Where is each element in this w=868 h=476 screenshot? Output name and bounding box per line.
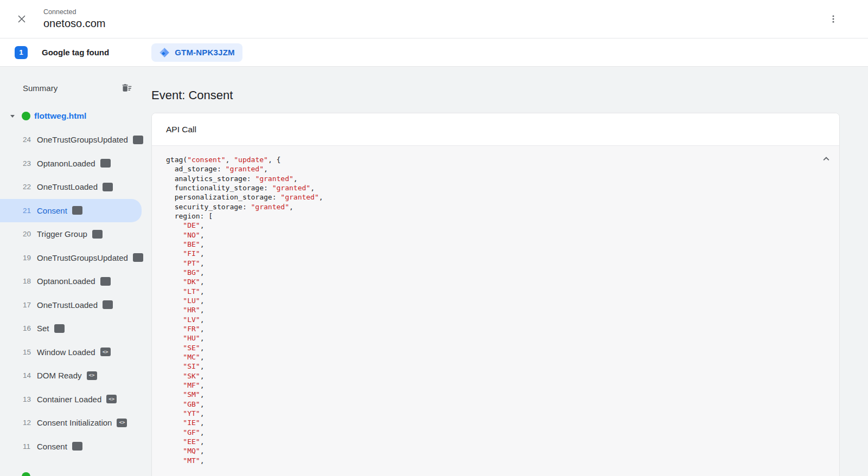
next-page-status-dot [22,472,30,476]
event-number: 21 [23,207,33,215]
event-row[interactable]: 20 Trigger Group [0,222,142,246]
event-row[interactable]: 11 Consent [0,435,142,459]
event-number: 11 [23,442,33,451]
event-label: DOM Ready [37,371,82,380]
delete-sweep-icon [122,82,132,93]
connection-info: Connected onetoso.com [43,8,106,30]
tag-count-badge: 1 [15,46,28,59]
event-label: OneTrustGroupsUpdated [37,253,128,262]
event-number: 23 [23,159,33,168]
event-number: 22 [23,183,33,191]
event-row[interactable]: 12 Consent Initialization <> [0,411,142,435]
event-label: Consent Initialization [37,418,112,427]
gtm-diamond-icon [159,47,170,58]
event-number: 14 [23,371,33,379]
close-button[interactable] [11,8,33,30]
more-options-button[interactable] [822,8,844,30]
code-event-icon: <> [87,371,97,380]
page-group-flottweg[interactable]: flottweg.html [0,104,142,128]
collapse-code-button[interactable] [819,151,834,166]
gtm-container-chip[interactable]: GTM-NPK3JZM [151,43,242,62]
connected-site-name: onetoso.com [43,17,106,30]
page-name: flottweg.html [34,111,86,121]
event-row[interactable]: 13 Container Loaded <> [0,388,142,411]
event-label: OneTrustLoaded [37,300,98,310]
event-number: 20 [23,230,33,238]
event-label: OneTrustLoaded [37,182,98,191]
event-label: Window Loaded [37,348,95,357]
event-sidebar: Summary flottweg.html 24 OneTrustGroupsU… [0,67,142,476]
event-label: Trigger Group [37,229,87,239]
clear-events-button[interactable] [118,79,136,97]
event-row[interactable]: 24 OneTrustGroupsUpdated [0,128,142,152]
event-label: OneTrustGroupsUpdated [37,135,128,144]
event-label: Consent [37,442,67,451]
api-call-card-header: API Call [152,113,839,146]
event-list: 24 OneTrustGroupsUpdated 23 OptanonLoade… [0,128,142,458]
event-number: 13 [23,395,33,403]
event-row[interactable]: 15 Window Loaded <> [0,340,142,364]
top-bar: Connected onetoso.com [0,0,868,38]
event-number: 19 [23,254,33,262]
code-event-icon [103,300,113,309]
chevron-up-icon [820,153,832,165]
code-event-icon [100,159,111,168]
main-panel: Event: Consent API Call gtag("consent", … [142,67,868,476]
code-event-icon [103,183,113,191]
page-status-dot [22,112,30,120]
kebab-menu-icon [828,14,838,24]
event-row[interactable]: 17 OneTrustLoaded [0,293,142,317]
event-row[interactable]: 14 DOM Ready <> [0,364,142,388]
event-label: Container Loaded [37,395,101,404]
close-icon [16,13,28,25]
tag-found-bar: 1 Google tag found GTM-NPK3JZM [0,38,868,67]
code-event-icon [92,230,103,239]
event-label: Consent [37,206,67,215]
event-row[interactable]: 19 OneTrustGroupsUpdated [0,246,142,270]
api-call-title: API Call [166,125,196,134]
code-event-icon: <> [100,348,111,356]
code-event-icon: <> [117,419,127,427]
connection-status: Connected [43,8,106,16]
summary-label: Summary [23,83,58,93]
event-label: OptanonLoaded [37,159,95,168]
event-number: 15 [23,348,33,356]
event-row[interactable]: 16 Set [0,317,142,340]
tag-found-label: Google tag found [42,48,109,57]
api-call-card: API Call gtag("consent", "update", { ad_… [151,113,840,476]
code-event-icon: <> [106,395,117,403]
event-number: 18 [23,277,33,285]
api-call-code-section: gtag("consent", "update", { ad_storage: … [152,146,839,476]
event-number: 17 [23,301,33,309]
event-row[interactable]: 18 OptanonLoaded [0,269,142,293]
event-number: 12 [23,419,33,427]
summary-row[interactable]: Summary [0,76,142,100]
event-label: Set [37,324,49,333]
collapse-arrow-icon[interactable] [8,112,17,120]
event-number: 24 [23,136,33,144]
event-row[interactable]: 23 OptanonLoaded [0,152,142,176]
event-label: OptanonLoaded [37,276,95,286]
code-event-icon [100,277,111,286]
event-row[interactable]: 22 OneTrustLoaded [0,175,142,199]
event-title: Event: Consent [151,88,840,102]
event-number: 16 [23,324,33,332]
content-area: Summary flottweg.html 24 OneTrustGroupsU… [0,67,868,476]
code-event-icon [72,442,82,451]
code-event-icon [72,206,82,215]
code-event-icon [54,324,65,333]
api-call-code: gtag("consent", "update", { ad_storage: … [166,155,807,465]
event-row[interactable]: 21 Consent [0,199,142,223]
gtm-container-id: GTM-NPK3JZM [175,48,235,57]
